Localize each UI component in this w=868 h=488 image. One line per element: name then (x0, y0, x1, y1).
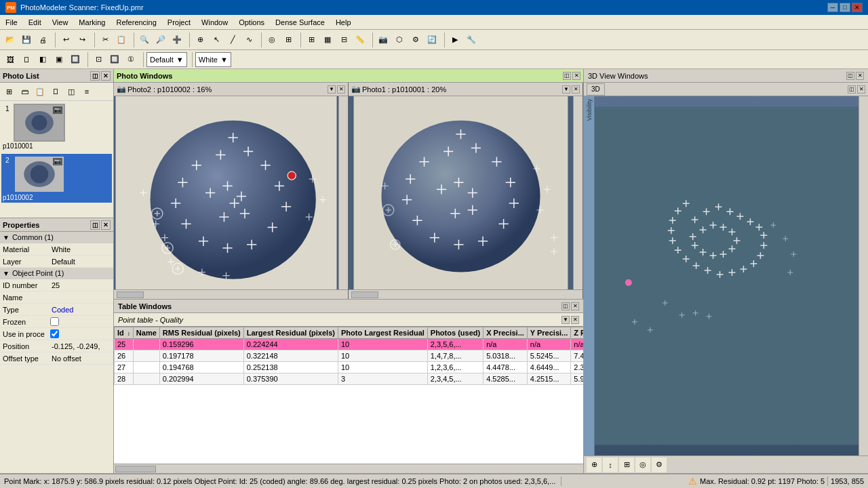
toolbar-select[interactable]: ↖ (209, 33, 224, 47)
menu-options[interactable]: Options (233, 15, 270, 29)
col-x[interactable]: X Precisi... (484, 327, 528, 339)
photo-window-1-scrollbar-v[interactable] (573, 96, 583, 289)
quality-dropdown[interactable]: Default ▼ (146, 52, 187, 67)
toolbar2-photo[interactable]: 🖼 (3, 52, 18, 67)
toolbar-grid3[interactable]: ⊟ (336, 33, 351, 47)
toolbar-print[interactable]: 🖨 (35, 33, 50, 47)
table-windows-dock[interactable]: ◫ (561, 302, 570, 310)
photo-window-1-min[interactable]: ▼ (562, 85, 570, 94)
menu-referencing[interactable]: Referencing (111, 15, 161, 29)
prop-frozen-checkbox[interactable] (50, 317, 59, 326)
common-section-header[interactable]: ▼ Common (1) (0, 232, 113, 243)
right-panel-close[interactable]: ✕ (856, 72, 864, 80)
toolbar-3d[interactable]: ⬡ (392, 33, 407, 47)
col-z[interactable]: Z Precisi... (571, 327, 583, 339)
right-panel-scrollbar[interactable] (859, 96, 868, 455)
maximize-button[interactable]: □ (840, 3, 850, 12)
photo-list-btn1[interactable]: ⊞ (1, 84, 16, 99)
toolbar-grid2[interactable]: ▦ (320, 33, 335, 47)
menu-marking[interactable]: Marking (73, 15, 111, 29)
toolbar2-table[interactable]: 🗌 (19, 52, 34, 67)
photo-list-btn5[interactable]: ◫ (64, 84, 79, 99)
toolbar2-zoom-win[interactable]: 🔲 (107, 52, 122, 67)
toolbar-process[interactable]: ▶ (448, 33, 462, 47)
photo-window-2-scrollbar-v[interactable] (338, 96, 348, 289)
toolbar-cut[interactable]: ✂ (98, 33, 113, 47)
toolbar-mark[interactable]: ⊕ (193, 33, 208, 47)
table-scrollbar-h[interactable] (114, 464, 583, 473)
menu-window[interactable]: Window (196, 15, 233, 29)
table-subtitle-dropdown[interactable]: ▼ (561, 316, 570, 324)
menu-file[interactable]: File (0, 15, 23, 29)
view3d-close2[interactable]: ✕ (857, 85, 865, 94)
photo-list-btn4[interactable]: 🗌 (48, 84, 63, 99)
toolbar-undo[interactable]: ↩ (58, 33, 73, 47)
properties-close[interactable]: ✕ (101, 220, 111, 230)
table-subtitle-close[interactable]: ✕ (571, 316, 579, 324)
right-panel-dock[interactable]: ◫ (846, 72, 854, 80)
col-photo-largest[interactable]: Photo Largest Residual (338, 327, 427, 339)
menu-dense-surface[interactable]: Dense Surface (270, 15, 330, 29)
photo-list-btn3[interactable]: 📋 (33, 84, 47, 99)
view3d-btn5[interactable]: ⚙ (652, 458, 667, 472)
photo-list-expand[interactable]: ≡ (79, 84, 94, 99)
menu-project[interactable]: Project (162, 15, 196, 29)
photo-list-btn2[interactable]: 🗃 (17, 84, 32, 99)
photo-windows-close[interactable]: ✕ (572, 72, 580, 80)
photo-window-1-scrollbar-h[interactable] (349, 289, 583, 299)
toolbar-photo-ctrl[interactable]: 📷 (376, 33, 391, 47)
toolbar-point[interactable]: ◎ (264, 33, 279, 47)
toolbar-copy[interactable]: 📋 (114, 33, 129, 47)
view3d-btn3[interactable]: ⊞ (619, 458, 634, 472)
toolbar-measure[interactable]: 📏 (353, 33, 368, 47)
toolbar-add[interactable]: ➕ (170, 33, 184, 47)
view3d-btn1[interactable]: ⊕ (587, 458, 601, 472)
menu-edit[interactable]: Edit (23, 15, 47, 29)
properties-dock[interactable]: ◫ (90, 220, 100, 230)
toolbar-ref[interactable]: ⊞ (281, 33, 296, 47)
photo-list-dock[interactable]: ◫ (90, 71, 100, 81)
toolbar2-grid[interactable]: ▣ (52, 52, 66, 67)
table-row[interactable]: 260.1971780.322148101,4,7,8,...5.0318...… (115, 350, 584, 362)
toolbar-open[interactable]: 📂 (3, 33, 18, 47)
toolbar2-layout[interactable]: ◧ (35, 52, 50, 67)
photo-window-2-close[interactable]: ✕ (337, 85, 345, 94)
color-dropdown[interactable]: White ▼ (195, 52, 231, 67)
toolbar-settings[interactable]: ⚙ (408, 33, 423, 47)
prop-use-in-proc-checkbox[interactable] (50, 329, 59, 338)
toolbar-auto[interactable]: 🔄 (425, 33, 439, 47)
toolbar-line[interactable]: ╱ (225, 33, 240, 47)
toolbar-zoom-in[interactable]: 🔍 (137, 33, 152, 47)
view3d-tab-3d[interactable]: 3D (587, 83, 605, 96)
visibility-sidebar[interactable]: Visibility (584, 96, 595, 455)
table-windows-close[interactable]: ✕ (571, 302, 579, 310)
menu-view[interactable]: View (47, 15, 74, 29)
view3d-btn2[interactable]: ↕ (603, 458, 618, 472)
toolbar-grid[interactable]: ⊞ (304, 33, 319, 47)
toolbar-options[interactable]: 🔧 (464, 33, 479, 47)
menu-help[interactable]: Help (330, 15, 357, 29)
photo-window-1-close[interactable]: ✕ (572, 85, 580, 94)
data-table-wrap[interactable]: Id ↕ Name RMS Residual (pixels) Largest … (114, 327, 583, 464)
toolbar-zoom-out[interactable]: 🔎 (153, 33, 168, 47)
object-point-section-header[interactable]: ▼ Object Point (1) (0, 268, 113, 279)
minimize-button[interactable]: ─ (827, 3, 838, 12)
col-largest[interactable]: Largest Residual (pixels) (243, 327, 338, 339)
view3d-btn4[interactable]: ◎ (635, 458, 650, 472)
photo-window-2-scrollbar-h[interactable] (114, 289, 348, 299)
photo-item-2[interactable]: 2 📷 p1010002 (1, 154, 112, 203)
photo-item-1[interactable]: 1 📷 p1010001 (1, 102, 112, 151)
prop-type-value[interactable]: Coded (49, 305, 113, 314)
col-y[interactable]: Y Precisi... (527, 327, 570, 339)
photo-window-2-min[interactable]: ▼ (328, 85, 336, 94)
photo-list-close[interactable]: ✕ (101, 71, 111, 81)
col-rms[interactable]: RMS Residual (pixels) (159, 327, 243, 339)
view3d-expand[interactable]: ◫ (848, 85, 856, 94)
col-photos-used[interactable]: Photos (used) (427, 327, 483, 339)
col-id[interactable]: Id ↕ (115, 327, 134, 339)
col-name[interactable]: Name (133, 327, 159, 339)
toolbar-save[interactable]: 💾 (19, 33, 34, 47)
photo-windows-dock[interactable]: ◫ (563, 72, 571, 80)
table-row[interactable]: 270.1947680.252138101,2,3,6,...4.4478...… (115, 362, 584, 373)
close-button[interactable]: ✕ (852, 3, 863, 12)
